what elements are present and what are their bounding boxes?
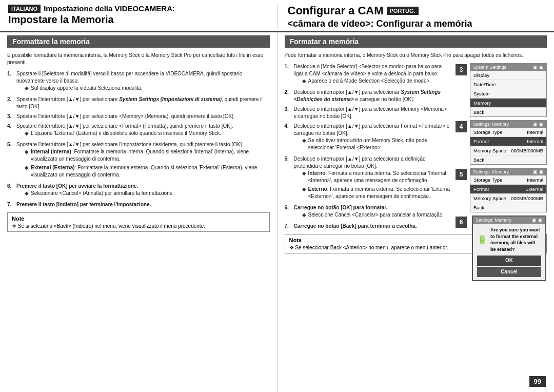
note-text-left: ❖ Se si seleziona <Back> (Indietro) nel …: [12, 223, 265, 229]
right-col-inner: Pode formatar a memória interna, o Memor…: [285, 52, 547, 284]
section-header-left: Formattare la memoria: [7, 35, 270, 48]
dialog-cancel-button[interactable]: Cancel: [477, 267, 541, 277]
screen-group: 3 System Settings ▣ ▣ Display Date/Time …: [456, 63, 547, 281]
header-title-line1: ITALIANO Impostazione della VIDEOCAMERA:: [8, 4, 267, 13]
screen5-format-row: Format External: [470, 185, 546, 194]
header-cam-title: Configurar a CAM: [288, 4, 384, 17]
dialog-text: Are you sure you want to format the exte…: [490, 227, 541, 252]
step-right-4: 4. Desloque o interruptor [▲/▼] para sel…: [285, 123, 451, 153]
lang-badge-italiano: ITALIANO: [8, 5, 41, 13]
screen-badge-3: 3: [456, 64, 467, 75]
right-text: Pode formatar a memória interna, o Memor…: [285, 52, 547, 284]
screen4-format-row: Format Internal: [470, 137, 546, 146]
screen-item-3: 3 System Settings ▣ ▣ Display Date/Time …: [456, 63, 547, 117]
step-right-3: 3. Desloque o interruptor [▲/▼] para sel…: [285, 106, 451, 120]
header-title-left-line2: Impostare la Memoria: [8, 14, 267, 26]
step-left-4: 4. Spostare l'interruttore [▲/▼] per sel…: [7, 123, 270, 139]
left-content-area: È possibile formattare la memoria intern…: [7, 52, 270, 232]
header-subtitle-left: Impostazione della VIDEOCAMERA:: [44, 4, 175, 13]
screen-title-5: Settings: Memory ▣ ▣: [470, 168, 546, 175]
left-intro: È possibile formattare la memoria intern…: [7, 52, 270, 66]
step-left-6: 6. Premere il tasto [OK] per avviare la …: [7, 183, 270, 199]
step-left-4-bullet: ◆L'opzione 'External' (Esterna) è dispon…: [16, 130, 233, 137]
header: ITALIANO Impostazione della VIDEOCAMERA:…: [0, 0, 554, 32]
header-title-right-line2: <câmara de vídeo>: Configurar a memória: [288, 18, 546, 29]
screen-body-4: Storage Type Internal Format Internal Me…: [470, 128, 546, 164]
screen-badge-4: 4: [456, 121, 467, 132]
lang-badge-portug: PORTUG.: [387, 7, 419, 15]
screen-badge-6: 6: [456, 217, 467, 228]
step-right-5: 5. Desloque o interruptor [▲/▼] para sel…: [285, 155, 451, 202]
dialog-buttons: OK Cancel: [477, 256, 541, 277]
page-number: 99: [529, 376, 546, 387]
screen-box-3: System Settings ▣ ▣ Display Date/Time Sy…: [470, 63, 547, 117]
dialog-body-6: 🔋 Are you sure you want to format the ex…: [473, 224, 545, 280]
step-right-7: 7. Carregue no botão [Back] para termina…: [285, 223, 451, 230]
section-header-right: Formatar a memória: [285, 35, 547, 48]
dialog-ok-button[interactable]: OK: [477, 256, 541, 266]
screen-body-3: Display Date/Time System Memory Back: [470, 71, 546, 116]
dialog-title-6: Settings: Memory ▣ ▣: [473, 217, 545, 224]
content: Formattare la memoria È possibile format…: [0, 32, 554, 392]
left-steps-list: 1. Spostare il [Selettore di modalità] v…: [7, 70, 270, 208]
step-left-1: 1. Spostare il [Selettore di modalità] v…: [7, 70, 270, 93]
header-title-right-line1: Configurar a CAM PORTUG.: [288, 4, 546, 17]
screen-title-3: System Settings ▣ ▣: [470, 64, 546, 71]
screen-item-5: 5 Settings: Memory ▣ ▣ Storage Type Int: [456, 168, 547, 212]
battery-icon: 🔋: [477, 234, 487, 245]
step-right-2: 2. Desloque o interruptor [▲/▼] para sel…: [285, 89, 451, 103]
note-title-left: Note: [12, 215, 265, 222]
step-right-1: 1. Desloque o [Mode Selector] <Selector …: [285, 63, 451, 86]
screen-item-6: 6 Settings: Memory ▣ ▣ 🔋 Are you sure: [456, 215, 547, 281]
left-text-area: È possibile formattare la memoria intern…: [7, 52, 270, 232]
step-left-7: 7. Premere il tasto [Indietro] per termi…: [7, 201, 270, 208]
header-left: ITALIANO Impostazione della VIDEOCAMERA:…: [8, 4, 277, 29]
step-left-1-bullet: ◆Sul display appare la videata Seleziona…: [16, 85, 270, 92]
screen-box-4: Settings: Memory ▣ ▣ Storage Type Intern…: [470, 120, 547, 165]
screen-box-5: Settings: Memory ▣ ▣ Storage Type Intern…: [470, 168, 547, 212]
step-right-6: 6. Carregue no botão [OK] para formatar.…: [285, 204, 451, 220]
screen-body-5: Storage Type Internal Format External Me…: [470, 175, 546, 212]
screen-item-4: 4 Settings: Memory ▣ ▣ Storage Type Int: [456, 120, 547, 165]
col-left: Formattare la memoria È possibile format…: [0, 32, 278, 392]
screen-badge-5: 5: [456, 169, 467, 180]
screen-memory-row: Memory: [470, 99, 546, 108]
header-right: Configurar a CAM PORTUG. <câmara de víde…: [277, 4, 546, 29]
right-intro: Pode formatar a memória interna, o Memor…: [285, 52, 547, 59]
step-left-3: 3. Spostare l'interruttore [▲/▼] per sel…: [7, 113, 270, 120]
screen-title-4: Settings: Memory ▣ ▣: [470, 121, 546, 128]
step-left-1-text: Spostare il [Selettore di modalità] vers…: [16, 71, 242, 84]
col-right: Formatar a memória Pode formatar a memór…: [278, 32, 555, 392]
note-box-left: Note ❖ Se si seleziona <Back> (Indietro)…: [7, 212, 270, 232]
step-left-5: 5. Spostare l'interruttore [▲/▼] per sel…: [7, 141, 270, 180]
dialog-box-6: Settings: Memory ▣ ▣ 🔋 Are you sure you …: [472, 215, 546, 281]
step-left-2: 2. Spostare l'interruttore [▲/▼] per sel…: [7, 96, 270, 110]
